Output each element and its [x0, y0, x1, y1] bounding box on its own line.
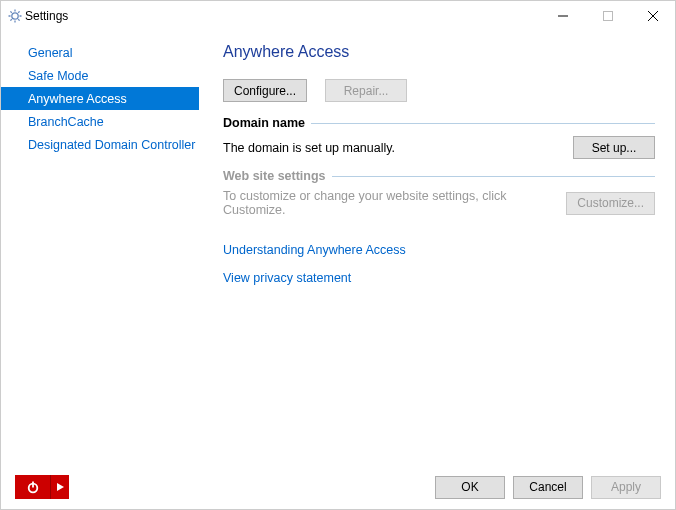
divider — [311, 123, 655, 124]
set-up-button[interactable]: Set up... — [573, 136, 655, 159]
svg-rect-3 — [32, 482, 34, 488]
play-button[interactable] — [51, 475, 69, 499]
domain-name-section: Domain name The domain is set up manuall… — [223, 116, 655, 159]
minimize-button[interactable] — [540, 1, 585, 30]
cancel-button[interactable]: Cancel — [513, 476, 583, 499]
window-controls — [540, 1, 675, 31]
sidebar-item-anywhere-access[interactable]: Anywhere Access — [1, 87, 199, 110]
maximize-button[interactable] — [585, 1, 630, 30]
power-button[interactable] — [15, 475, 51, 499]
configure-button[interactable]: Configure... — [223, 79, 307, 102]
sidebar-item-label: General — [28, 46, 72, 60]
domain-name-heading: Domain name — [223, 116, 305, 130]
footer: OK Cancel Apply — [1, 465, 675, 509]
domain-name-text: The domain is set up manually. — [223, 141, 563, 155]
customize-button: Customize... — [566, 192, 655, 215]
svg-rect-1 — [603, 11, 612, 20]
web-site-settings-text: To customize or change your website sett… — [223, 189, 556, 217]
sidebar-item-general[interactable]: General — [1, 41, 199, 64]
sidebar: General Safe Mode Anywhere Access Branch… — [1, 41, 199, 465]
recorder-controls — [15, 475, 69, 499]
ok-button[interactable]: OK — [435, 476, 505, 499]
divider — [332, 176, 655, 177]
content-pane: Anywhere Access Configure... Repair... D… — [199, 41, 675, 465]
web-site-settings-heading: Web site settings — [223, 169, 326, 183]
help-links: Understanding Anywhere Access View priva… — [223, 243, 655, 285]
sidebar-item-label: Designated Domain Controller — [28, 138, 195, 152]
svg-point-0 — [12, 13, 18, 19]
close-button[interactable] — [630, 1, 675, 30]
body: General Safe Mode Anywhere Access Branch… — [1, 31, 675, 465]
sidebar-item-label: Anywhere Access — [28, 92, 127, 106]
sidebar-item-label: Safe Mode — [28, 69, 88, 83]
page-title: Anywhere Access — [223, 43, 655, 61]
apply-button: Apply — [591, 476, 661, 499]
sidebar-item-branchcache[interactable]: BranchCache — [1, 110, 199, 133]
sidebar-item-label: BranchCache — [28, 115, 104, 129]
sidebar-item-designated-domain-controller[interactable]: Designated Domain Controller — [1, 133, 199, 156]
window-title: Settings — [25, 9, 68, 23]
web-site-settings-section: Web site settings To customize or change… — [223, 169, 655, 217]
repair-button: Repair... — [325, 79, 407, 102]
titlebar: Settings — [1, 1, 675, 31]
sidebar-item-safe-mode[interactable]: Safe Mode — [1, 64, 199, 87]
svg-marker-4 — [57, 483, 64, 491]
settings-icon — [7, 8, 23, 24]
view-privacy-statement-link[interactable]: View privacy statement — [223, 271, 655, 285]
understanding-anywhere-access-link[interactable]: Understanding Anywhere Access — [223, 243, 655, 257]
action-button-row: Configure... Repair... — [223, 79, 655, 102]
settings-window: Settings General Safe Mode Anywhere Acce… — [0, 0, 676, 510]
